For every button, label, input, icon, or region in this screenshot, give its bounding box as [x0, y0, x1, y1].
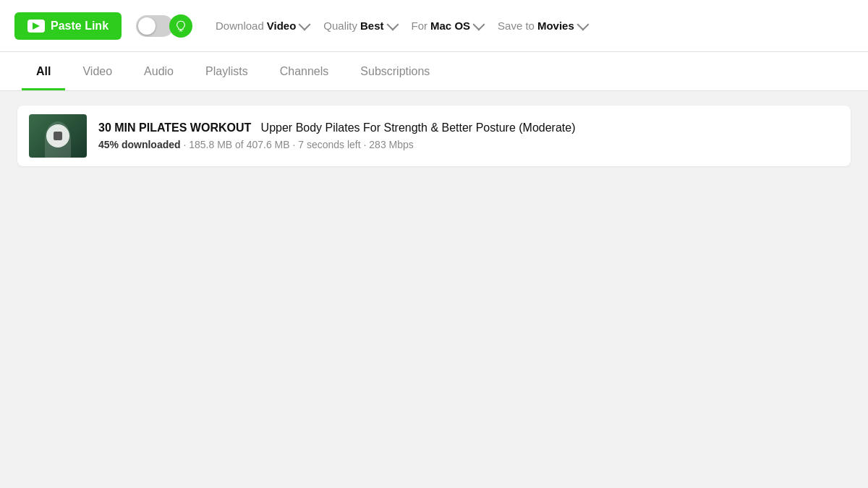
download-item: 30 MIN PILATES WORKOUT Upper Body Pilate…	[17, 106, 851, 166]
quality-label: Quality	[323, 20, 357, 32]
tab-channels[interactable]: Channels	[265, 52, 344, 90]
download-value: Video	[267, 20, 297, 32]
download-title-sub: Upper Body Pilates For Strength & Better…	[261, 121, 576, 134]
bulb-icon	[169, 14, 192, 38]
paste-link-button[interactable]: Paste Link	[14, 12, 122, 40]
tab-audio[interactable]: Audio	[129, 52, 188, 90]
controls-bar: Download Video Quality Best For Mac OS S…	[210, 15, 854, 36]
toggle-knob	[138, 17, 156, 35]
toggle-wrapper	[136, 14, 192, 38]
download-label: Download	[216, 20, 264, 32]
for-chevron-icon	[473, 18, 485, 30]
download-percent: 45% downloaded	[98, 139, 181, 150]
meta-sep-2: of	[235, 139, 247, 150]
download-size-total: 407.6 MB	[247, 139, 290, 150]
download-type-dropdown[interactable]: Download Video	[210, 15, 315, 36]
save-value: Movies	[537, 20, 574, 32]
save-chevron-icon	[576, 18, 589, 30]
download-info: 30 MIN PILATES WORKOUT Upper Body Pilate…	[98, 121, 839, 150]
download-time-left: 7 seconds left	[298, 139, 360, 150]
stop-icon	[54, 132, 62, 140]
for-value: Mac OS	[430, 20, 470, 32]
download-chevron-icon	[299, 18, 311, 30]
topbar: Paste Link Download Video Quality Best F…	[0, 0, 868, 52]
tab-subscriptions[interactable]: Subscriptions	[346, 52, 444, 90]
for-platform-dropdown[interactable]: For Mac OS	[406, 15, 490, 36]
toggle-switch[interactable]	[136, 15, 174, 37]
quality-chevron-icon	[386, 18, 399, 30]
tabs-bar: All Video Audio Playlists Channels Subsc…	[0, 52, 868, 91]
download-size-current: 185.8 MB	[189, 139, 232, 150]
tab-video[interactable]: Video	[68, 52, 127, 90]
tab-playlists[interactable]: Playlists	[191, 52, 263, 90]
quality-dropdown[interactable]: Quality Best	[318, 15, 402, 36]
download-speed: 283 Mbps	[369, 139, 413, 150]
download-list: 30 MIN PILATES WORKOUT Upper Body Pilate…	[0, 91, 868, 181]
stop-download-button[interactable]	[46, 124, 69, 147]
for-label: For	[412, 20, 428, 32]
save-to-dropdown[interactable]: Save to Movies	[492, 15, 593, 36]
quality-value: Best	[360, 20, 384, 32]
paste-link-label: Paste Link	[51, 20, 109, 33]
thumbnail-wrapper	[29, 114, 87, 158]
download-title: 30 MIN PILATES WORKOUT Upper Body Pilate…	[98, 121, 839, 134]
download-meta: 45% downloaded · 185.8 MB of 407.6 MB · …	[98, 139, 839, 150]
download-title-main: 30 MIN PILATES WORKOUT	[98, 121, 251, 134]
content-area: 30 MIN PILATES WORKOUT Upper Body Pilate…	[0, 91, 868, 181]
tab-all[interactable]: All	[22, 52, 65, 90]
youtube-icon	[27, 20, 45, 33]
save-label: Save to	[498, 20, 535, 32]
